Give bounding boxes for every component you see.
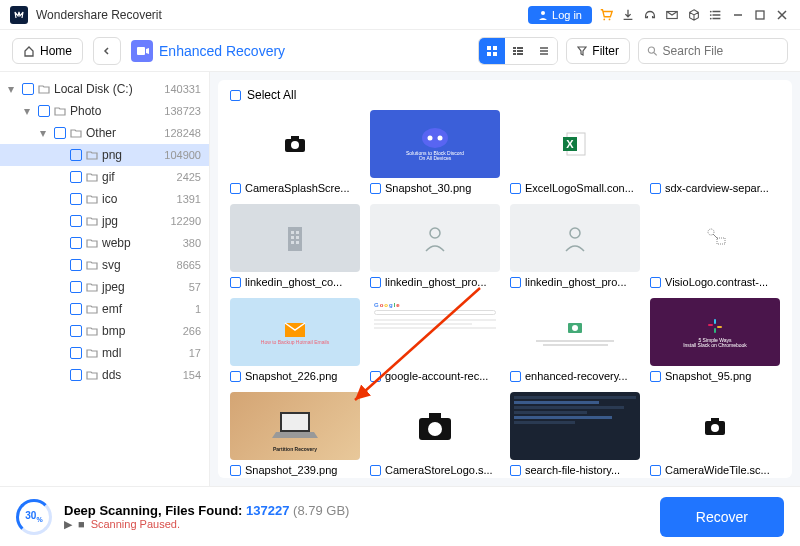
- file-thumbnail: Google: [370, 298, 500, 366]
- file-card[interactable]: linkedin_ghost_pro...: [370, 204, 500, 288]
- tree-row-ico[interactable]: ico1391: [0, 188, 209, 210]
- file-caption: Snapshot_95.png: [650, 370, 780, 382]
- file-checkbox[interactable]: [510, 371, 521, 382]
- file-name: CameraStoreLogo.s...: [385, 464, 493, 476]
- tree-checkbox[interactable]: [70, 347, 82, 359]
- toolbar-left: Home Enhanced Recovery: [12, 37, 285, 65]
- tree-label: svg: [102, 258, 171, 272]
- file-checkbox[interactable]: [510, 277, 521, 288]
- tree-checkbox[interactable]: [22, 83, 34, 95]
- caret-icon: ▾: [24, 104, 34, 118]
- file-checkbox[interactable]: [230, 277, 241, 288]
- file-checkbox[interactable]: [650, 371, 661, 382]
- file-card[interactable]: How to Backup Hotmail EmailsSnapshot_226…: [230, 298, 360, 382]
- file-checkbox[interactable]: [510, 465, 521, 476]
- folder-icon: [86, 369, 98, 381]
- tree-checkbox[interactable]: [70, 259, 82, 271]
- tree-checkbox[interactable]: [38, 105, 50, 117]
- tree-row-bmp[interactable]: bmp266: [0, 320, 209, 342]
- tree-checkbox[interactable]: [70, 215, 82, 227]
- folder-icon: [54, 105, 66, 117]
- file-checkbox[interactable]: [650, 183, 661, 194]
- view-list-button[interactable]: [531, 38, 557, 64]
- file-card[interactable]: 5 Simple WaysInstall Slack on Chromebook…: [650, 298, 780, 382]
- file-card[interactable]: CameraWideTile.sc...: [650, 392, 780, 476]
- login-button[interactable]: Log in: [528, 6, 592, 24]
- select-all-checkbox[interactable]: [230, 90, 241, 101]
- titlebar-left: Wondershare Recoverit: [10, 6, 162, 24]
- search-box[interactable]: [638, 38, 788, 64]
- svg-rect-39: [717, 238, 725, 244]
- file-checkbox[interactable]: [230, 183, 241, 194]
- file-card[interactable]: enhanced-recovery...: [510, 298, 640, 382]
- tree-row-svg[interactable]: svg8665: [0, 254, 209, 276]
- svg-point-6: [710, 17, 712, 19]
- tree-row-webp[interactable]: webp380: [0, 232, 209, 254]
- file-name: Snapshot_226.png: [245, 370, 337, 382]
- view-detail-button[interactable]: [505, 38, 531, 64]
- search-input[interactable]: [663, 44, 779, 58]
- maximize-icon[interactable]: [752, 7, 768, 23]
- file-card[interactable]: linkedin_ghost_co...: [230, 204, 360, 288]
- file-checkbox[interactable]: [650, 465, 661, 476]
- tree-row-emf[interactable]: emf1: [0, 298, 209, 320]
- play-icon[interactable]: ▶: [64, 518, 72, 531]
- file-caption: Snapshot_239.png: [230, 464, 360, 476]
- cart-icon[interactable]: [598, 7, 614, 23]
- tree-row-png[interactable]: png104900: [0, 144, 209, 166]
- file-card[interactable]: Googlegoogle-account-rec...: [370, 298, 500, 382]
- file-thumbnail: [650, 110, 780, 178]
- recover-button[interactable]: Recover: [660, 497, 784, 537]
- file-card[interactable]: Solutions to Block DiscordOn All Devices…: [370, 110, 500, 194]
- tree-count: 8665: [177, 259, 201, 271]
- file-checkbox[interactable]: [370, 465, 381, 476]
- tree-checkbox[interactable]: [70, 303, 82, 315]
- stop-icon[interactable]: ■: [78, 518, 85, 530]
- tree-checkbox[interactable]: [70, 369, 82, 381]
- view-grid-button[interactable]: [479, 38, 505, 64]
- file-checkbox[interactable]: [370, 183, 381, 194]
- tree-row-jpg[interactable]: jpg12290: [0, 210, 209, 232]
- download-icon[interactable]: [620, 7, 636, 23]
- tree-row-dds[interactable]: dds154: [0, 364, 209, 386]
- file-checkbox[interactable]: [230, 465, 241, 476]
- tree-row-jpeg[interactable]: jpeg57: [0, 276, 209, 298]
- tree-checkbox[interactable]: [70, 281, 82, 293]
- file-card[interactable]: sdx-cardview-separ...: [650, 110, 780, 194]
- file-card[interactable]: Partition RecoverySnapshot_239.png: [230, 392, 360, 476]
- tree-checkbox[interactable]: [70, 171, 82, 183]
- file-card[interactable]: CameraSplashScre...: [230, 110, 360, 194]
- close-icon[interactable]: [774, 7, 790, 23]
- file-card[interactable]: XExcelLogoSmall.con...: [510, 110, 640, 194]
- mail-icon[interactable]: [664, 7, 680, 23]
- tree-row-other[interactable]: ▾Other128248: [0, 122, 209, 144]
- tree-row-gif[interactable]: gif2425: [0, 166, 209, 188]
- tree-checkbox[interactable]: [70, 237, 82, 249]
- tree-checkbox[interactable]: [70, 149, 82, 161]
- headset-icon[interactable]: [642, 7, 658, 23]
- cube-icon[interactable]: [686, 7, 702, 23]
- home-button[interactable]: Home: [12, 38, 83, 64]
- back-button[interactable]: [93, 37, 121, 65]
- svg-rect-45: [717, 326, 722, 328]
- filter-button[interactable]: Filter: [566, 38, 630, 64]
- file-checkbox[interactable]: [650, 277, 661, 288]
- tree-row-mdl[interactable]: mdl17: [0, 342, 209, 364]
- file-checkbox[interactable]: [510, 183, 521, 194]
- tree-checkbox[interactable]: [54, 127, 66, 139]
- minimize-icon[interactable]: [730, 7, 746, 23]
- tree-row-local-disk--c--[interactable]: ▾Local Disk (C:)140331: [0, 78, 209, 100]
- file-card[interactable]: linkedin_ghost_pro...: [510, 204, 640, 288]
- file-checkbox[interactable]: [370, 371, 381, 382]
- menu-icon[interactable]: [708, 7, 724, 23]
- tree-checkbox[interactable]: [70, 193, 82, 205]
- file-checkbox[interactable]: [370, 277, 381, 288]
- file-card[interactable]: CameraStoreLogo.s...: [370, 392, 500, 476]
- tree-row-photo[interactable]: ▾Photo138723: [0, 100, 209, 122]
- grid-scroll[interactable]: CameraSplashScre...Solutions to Block Di…: [218, 110, 792, 478]
- file-card[interactable]: VisioLogo.contrast-...: [650, 204, 780, 288]
- select-all-row[interactable]: Select All: [218, 80, 792, 110]
- file-card[interactable]: search-file-history...: [510, 392, 640, 476]
- file-checkbox[interactable]: [230, 371, 241, 382]
- tree-checkbox[interactable]: [70, 325, 82, 337]
